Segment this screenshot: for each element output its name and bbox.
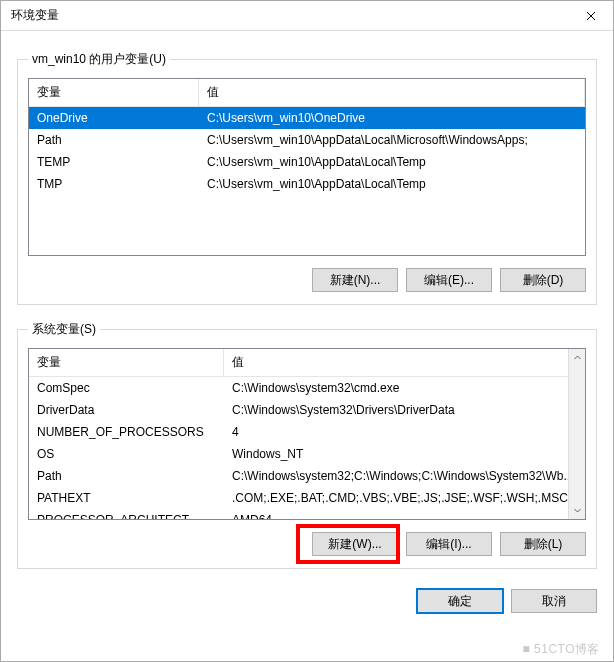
close-button[interactable] xyxy=(568,1,613,31)
cell-value: C:\Windows\system32;C:\Windows;C:\Window… xyxy=(224,467,585,485)
table-row[interactable]: NUMBER_OF_PROCESSORS4 xyxy=(29,421,585,443)
dialog-content: vm_win10 的用户变量(U) 变量 值 OneDriveC:\Users\… xyxy=(1,31,613,569)
scroll-track[interactable] xyxy=(569,366,585,502)
system-variables-group: 系统变量(S) 变量 值 ComSpecC:\Windows\system32\… xyxy=(17,321,597,569)
list-header: 变量 值 xyxy=(29,349,585,377)
title-bar: 环境变量 xyxy=(1,1,613,31)
cell-value: C:\Windows\system32\cmd.exe xyxy=(224,379,585,397)
table-row[interactable]: PathC:\Users\vm_win10\AppData\Local\Micr… xyxy=(29,129,585,151)
watermark: ■ 51CTO博客 xyxy=(522,641,600,658)
system-variables-legend: 系统变量(S) xyxy=(28,321,100,338)
table-row[interactable]: PathC:\Windows\system32;C:\Windows;C:\Wi… xyxy=(29,465,585,487)
table-row[interactable]: PATHEXT.COM;.EXE;.BAT;.CMD;.VBS;.VBE;.JS… xyxy=(29,487,585,509)
cell-name: ComSpec xyxy=(29,379,224,397)
table-row[interactable]: OSWindows_NT xyxy=(29,443,585,465)
table-row[interactable]: TMPC:\Users\vm_win10\AppData\Local\Temp xyxy=(29,173,585,195)
system-edit-button[interactable]: 编辑(I)... xyxy=(406,532,492,556)
cell-value: 4 xyxy=(224,423,585,441)
chevron-down-icon xyxy=(574,507,581,514)
close-icon xyxy=(586,11,596,21)
cell-value: .COM;.EXE;.BAT;.CMD;.VBS;.VBE;.JS;.JSE;.… xyxy=(224,489,585,507)
cell-name: Path xyxy=(29,467,224,485)
column-header-name[interactable]: 变量 xyxy=(29,349,224,376)
user-variables-group: vm_win10 的用户变量(U) 变量 值 OneDriveC:\Users\… xyxy=(17,51,597,305)
cell-name: PROCESSOR_ARCHITECT... xyxy=(29,511,224,520)
cell-name: Path xyxy=(29,131,199,149)
dialog-footer: 确定 取消 xyxy=(1,585,613,621)
cell-name: NUMBER_OF_PROCESSORS xyxy=(29,423,224,441)
scroll-down-button[interactable] xyxy=(569,502,585,519)
cell-name: TEMP xyxy=(29,153,199,171)
user-new-button[interactable]: 新建(N)... xyxy=(312,268,398,292)
cell-name: DriverData xyxy=(29,401,224,419)
system-delete-button[interactable]: 删除(L) xyxy=(500,532,586,556)
user-variables-legend: vm_win10 的用户变量(U) xyxy=(28,51,170,68)
table-row[interactable]: ComSpecC:\Windows\system32\cmd.exe xyxy=(29,377,585,399)
cell-value: C:\Users\vm_win10\AppData\Local\Microsof… xyxy=(199,131,585,149)
chevron-up-icon xyxy=(574,354,581,361)
system-variables-buttons: 新建(W)... 编辑(I)... 删除(L) xyxy=(28,532,586,556)
cell-value: Windows_NT xyxy=(224,445,585,463)
system-new-button[interactable]: 新建(W)... xyxy=(312,532,398,556)
cell-value: C:\Users\vm_win10\AppData\Local\Temp xyxy=(199,175,585,193)
user-edit-button[interactable]: 编辑(E)... xyxy=(406,268,492,292)
cell-value: AMD64 xyxy=(224,511,585,520)
column-header-value[interactable]: 值 xyxy=(224,349,585,376)
cell-name: PATHEXT xyxy=(29,489,224,507)
ok-button[interactable]: 确定 xyxy=(417,589,503,613)
user-variables-list[interactable]: 变量 值 OneDriveC:\Users\vm_win10\OneDriveP… xyxy=(28,78,586,256)
user-variables-buttons: 新建(N)... 编辑(E)... 删除(D) xyxy=(28,268,586,292)
cell-name: OneDrive xyxy=(29,109,199,127)
table-row[interactable]: PROCESSOR_ARCHITECT...AMD64 xyxy=(29,509,585,520)
column-header-value[interactable]: 值 xyxy=(199,79,585,106)
list-header: 变量 值 xyxy=(29,79,585,107)
cancel-button[interactable]: 取消 xyxy=(511,589,597,613)
system-variables-list[interactable]: 变量 值 ComSpecC:\Windows\system32\cmd.exeD… xyxy=(28,348,586,520)
cell-value: C:\Users\vm_win10\OneDrive xyxy=(199,109,585,127)
cell-value: C:\Windows\System32\Drivers\DriverData xyxy=(224,401,585,419)
cell-value: C:\Users\vm_win10\AppData\Local\Temp xyxy=(199,153,585,171)
table-row[interactable]: DriverDataC:\Windows\System32\Drivers\Dr… xyxy=(29,399,585,421)
user-delete-button[interactable]: 删除(D) xyxy=(500,268,586,292)
column-header-name[interactable]: 变量 xyxy=(29,79,199,106)
table-row[interactable]: TEMPC:\Users\vm_win10\AppData\Local\Temp xyxy=(29,151,585,173)
window-title: 环境变量 xyxy=(11,7,59,24)
cell-name: OS xyxy=(29,445,224,463)
scrollbar[interactable] xyxy=(568,349,585,519)
table-row[interactable]: OneDriveC:\Users\vm_win10\OneDrive xyxy=(29,107,585,129)
cell-name: TMP xyxy=(29,175,199,193)
scroll-up-button[interactable] xyxy=(569,349,585,366)
